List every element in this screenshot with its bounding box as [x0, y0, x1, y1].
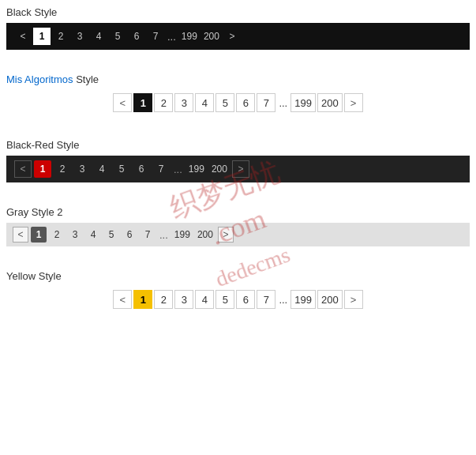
page-prev-g2[interactable]: < [13, 227, 28, 243]
page-prev-y[interactable]: < [113, 290, 132, 309]
section-black: Black Style < 1 2 3 4 5 6 7 ... 199 200 … [6, 6, 470, 50]
page-2-mis[interactable]: 2 [154, 93, 173, 112]
pagination-blackred: < 1 2 3 4 5 6 7 ... 199 200 > [6, 156, 470, 182]
page-3-mis[interactable]: 3 [174, 93, 193, 112]
page-1-mis[interactable]: 1 [133, 93, 152, 112]
page-next-mis[interactable]: > [344, 93, 363, 112]
pagination-yellow: < 1 2 3 4 5 6 7 ... 199 200 > [6, 287, 470, 312]
page-3[interactable]: 3 [71, 28, 88, 45]
pagination-black: < 1 2 3 4 5 6 7 ... 199 200 > [6, 23, 470, 50]
section-title-blackred: Black-Red Style [6, 139, 470, 151]
page-199-y[interactable]: 199 [290, 290, 316, 309]
title-text-gray2: Gray Style 2 [6, 206, 63, 218]
section-title-black: Black Style [6, 6, 470, 18]
page-6[interactable]: 6 [128, 28, 145, 45]
page-4[interactable]: 4 [90, 28, 107, 45]
page-next-y[interactable]: > [344, 290, 363, 309]
section-title-mis: Mis Algoritmos Style [6, 73, 470, 85]
page-2-br[interactable]: 2 [54, 160, 71, 178]
page-5-y[interactable]: 5 [216, 290, 234, 309]
page-7-g2[interactable]: 7 [140, 227, 156, 243]
page-2[interactable]: 2 [52, 28, 69, 45]
page-5-mis[interactable]: 5 [216, 93, 234, 112]
page-4-br[interactable]: 4 [93, 160, 111, 178]
page-prev-br[interactable]: < [14, 160, 32, 178]
title-text-yellow: Yellow Style [6, 270, 62, 282]
page-7-y[interactable]: 7 [257, 290, 275, 309]
page-5-g2[interactable]: 5 [103, 227, 119, 243]
dots-g2: ... [158, 229, 170, 241]
dots-br: ... [172, 164, 184, 175]
section-mis: Mis Algoritmos Style < 1 2 3 4 5 6 7 ...… [6, 73, 470, 115]
section-title-yellow: Yellow Style [6, 270, 470, 282]
page-6-g2[interactable]: 6 [122, 227, 137, 243]
page-7-mis[interactable]: 7 [257, 93, 275, 112]
page-200[interactable]: 200 [201, 28, 222, 45]
page-3-y[interactable]: 3 [174, 290, 193, 309]
page-next[interactable]: > [223, 28, 241, 45]
page-6-y[interactable]: 6 [236, 290, 255, 309]
page-prev-mis[interactable]: < [113, 93, 132, 112]
page-7-br[interactable]: 7 [152, 160, 170, 178]
section-blackred: Black-Red Style < 1 2 3 4 5 6 7 ... 199 … [6, 139, 470, 182]
mis-link[interactable]: Mis Algoritmos [6, 73, 73, 85]
page-200-mis[interactable]: 200 [317, 93, 343, 112]
page-next-g2[interactable]: > [218, 227, 234, 243]
page-3-br[interactable]: 3 [73, 160, 91, 178]
page-5-br[interactable]: 5 [113, 160, 130, 178]
page-199-br[interactable]: 199 [186, 160, 207, 178]
page-prev[interactable]: < [14, 28, 32, 45]
page-6-br[interactable]: 6 [133, 160, 150, 178]
page-2-y[interactable]: 2 [154, 290, 173, 309]
page-200-br[interactable]: 200 [209, 160, 230, 178]
dots-mis: ... [277, 97, 289, 109]
title-text-black: Black Style [6, 6, 57, 18]
page-1[interactable]: 1 [33, 28, 51, 45]
title-text-blackred: Black-Red Style [6, 139, 79, 151]
page-200-y[interactable]: 200 [317, 290, 343, 309]
page-4-y[interactable]: 4 [195, 290, 214, 309]
page-1-y[interactable]: 1 [133, 290, 152, 309]
page-199[interactable]: 199 [179, 28, 200, 45]
page-200-g2[interactable]: 200 [195, 227, 216, 243]
page-7[interactable]: 7 [147, 28, 164, 45]
page-4-mis[interactable]: 4 [195, 93, 214, 112]
page-2-g2[interactable]: 2 [49, 227, 65, 243]
page-199-g2[interactable]: 199 [172, 227, 193, 243]
section-yellow: Yellow Style < 1 2 3 4 5 6 7 ... 199 200… [6, 270, 470, 312]
section-title-gray2: Gray Style 2 [6, 206, 470, 218]
page-3-g2[interactable]: 3 [67, 227, 83, 243]
pagination-mis: < 1 2 3 4 5 6 7 ... 199 200 > [6, 90, 470, 115]
page-199-mis[interactable]: 199 [290, 93, 316, 112]
dots: ... [166, 31, 178, 43]
page-1-g2[interactable]: 1 [31, 227, 47, 243]
page-next-br[interactable]: > [232, 160, 249, 178]
page-6-mis[interactable]: 6 [236, 93, 255, 112]
section-gray2: Gray Style 2 < 1 2 3 4 5 6 7 ... 199 200… [6, 206, 470, 246]
dots-y: ... [277, 294, 289, 306]
page-5[interactable]: 5 [109, 28, 126, 45]
page-1-br[interactable]: 1 [34, 160, 51, 178]
page-4-g2[interactable]: 4 [85, 227, 101, 243]
pagination-gray2: < 1 2 3 4 5 6 7 ... 199 200 > [6, 223, 470, 246]
